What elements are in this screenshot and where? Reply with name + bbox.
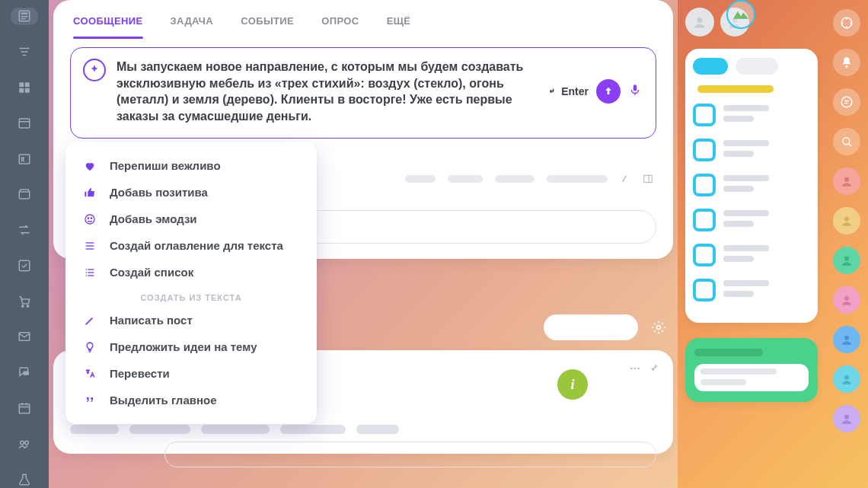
rail-window-icon[interactable]	[11, 114, 38, 132]
svg-point-61	[634, 368, 637, 370]
ai-item-label: Перевести	[110, 367, 170, 380]
svg-rect-2	[21, 16, 28, 18]
svg-rect-13	[19, 155, 30, 164]
rail-contacts-icon[interactable]	[11, 150, 38, 167]
right-widget-2	[685, 338, 818, 402]
rail-drive-icon[interactable]	[11, 186, 38, 203]
rail-right-message-icon[interactable]	[833, 88, 860, 116]
svg-rect-10	[25, 88, 30, 93]
ai-item-write-post[interactable]: Написать пост	[72, 307, 311, 333]
widget-pill-cyan[interactable]	[693, 58, 728, 75]
ai-item-add-emoji[interactable]: Добавь эмодзи	[72, 206, 311, 232]
list-item[interactable]	[693, 244, 810, 266]
rail-mail-icon[interactable]	[11, 328, 38, 346]
svg-point-30	[841, 97, 852, 107]
workspace-avatar[interactable]	[726, 0, 755, 29]
svg-rect-58	[86, 275, 87, 276]
ai-item-rewrite-polite[interactable]: Перепиши вежливо	[72, 152, 311, 179]
more-icon[interactable]	[629, 362, 641, 375]
rail-right-compass-icon[interactable]	[833, 9, 860, 37]
rail-chat-icon[interactable]	[11, 364, 38, 381]
message-box[interactable]: Мы запускаем новое направление, с которы…	[70, 47, 656, 139]
sk	[280, 425, 346, 434]
tab-message[interactable]: СООБЩЕНИЕ	[73, 15, 143, 27]
sk	[129, 425, 190, 434]
tab-event[interactable]: СОБЫТИЕ	[241, 15, 294, 27]
bulb-icon	[82, 341, 97, 353]
text-style-icon[interactable]	[620, 174, 630, 184]
widget2-label	[694, 349, 763, 356]
list-item[interactable]	[693, 209, 810, 231]
translate-icon	[82, 368, 97, 380]
svg-point-18	[27, 305, 28, 307]
rail-cart-icon[interactable]	[11, 292, 38, 310]
rail-calendar-icon[interactable]	[11, 400, 38, 417]
svg-point-59	[657, 326, 661, 330]
pin-icon[interactable]	[649, 362, 659, 373]
list-item[interactable]	[693, 139, 810, 161]
ai-item-suggest-ideas[interactable]: Предложить идеи на тему	[72, 333, 311, 360]
rail-repeat-icon[interactable]	[11, 222, 38, 239]
svg-point-62	[637, 368, 640, 370]
right-widget-1	[685, 49, 818, 323]
attach-chips	[405, 174, 653, 184]
rail-people-icon[interactable]	[11, 435, 38, 452]
ai-menu-section-label: СОЗДАТЬ ИЗ ТЕКСТА	[72, 285, 311, 307]
rail-right-user-4[interactable]	[833, 286, 860, 314]
rail-right-user-5[interactable]	[833, 326, 860, 353]
svg-point-48	[88, 218, 88, 218]
tab-poll[interactable]: ОПРОС	[321, 15, 359, 27]
svg-rect-55	[88, 275, 94, 276]
right-avatar-2[interactable]	[685, 8, 714, 37]
widget-list	[693, 104, 810, 301]
right-avatars	[685, 8, 818, 37]
mic-icon[interactable]	[628, 83, 642, 100]
rail-right-user-1[interactable]	[833, 167, 860, 195]
rail-right-user-7[interactable]	[833, 405, 860, 432]
tab-task[interactable]: ЗАДАЧА	[171, 15, 214, 27]
rail-right-user-6[interactable]	[833, 365, 860, 393]
ai-item-translate[interactable]: Перевести	[72, 360, 311, 387]
rail-right-user-3[interactable]	[833, 247, 860, 274]
rail-right-user-2[interactable]	[833, 207, 860, 234]
composer-tabs: СООБЩЕНИЕ ЗАДАЧА СОБЫТИЕ ОПРОС ЕЩЁ	[70, 0, 656, 41]
send-button[interactable]	[596, 79, 621, 104]
svg-rect-9	[19, 88, 24, 93]
pencil-icon	[82, 314, 97, 327]
message-text[interactable]: Мы запускаем новое направление, с которы…	[116, 59, 537, 124]
tab-more[interactable]: ЕЩЁ	[387, 15, 411, 27]
list-item[interactable]	[693, 279, 810, 301]
sk	[70, 425, 119, 434]
rail-feed-icon[interactable]	[11, 8, 38, 25]
layout-icon[interactable]	[643, 174, 653, 184]
ai-item-make-list[interactable]: Создай список	[72, 259, 311, 285]
svg-point-36	[844, 217, 849, 222]
gear-icon[interactable]	[646, 314, 672, 340]
list-item[interactable]	[693, 104, 810, 126]
svg-rect-44	[633, 85, 637, 91]
ai-menu: Перепиши вежливо Добавь позитива Добавь …	[65, 142, 317, 424]
rail-lab-icon[interactable]	[11, 470, 38, 488]
rail-filter-icon[interactable]	[11, 43, 38, 61]
svg-point-33	[843, 138, 850, 145]
left-rail	[0, 0, 49, 488]
svg-point-60	[630, 368, 633, 370]
ai-item-make-toc[interactable]: Создай оглавление для текста	[72, 232, 311, 259]
svg-point-38	[844, 296, 849, 301]
list-item[interactable]	[693, 174, 810, 196]
svg-point-29	[846, 65, 848, 68]
strip-dropdown[interactable]	[544, 314, 638, 340]
ai-item-highlight-main[interactable]: Выделить главное	[72, 387, 311, 413]
ai-badge-icon[interactable]	[83, 59, 106, 81]
chip-skeleton	[547, 175, 608, 183]
svg-rect-51	[86, 245, 94, 246]
ai-item-add-positive[interactable]: Добавь позитива	[72, 179, 311, 206]
info-badge[interactable]: i	[557, 369, 588, 400]
widget-pill-grey[interactable]	[736, 58, 778, 75]
rail-check-icon[interactable]	[11, 257, 38, 274]
feed-comment-input[interactable]	[164, 442, 656, 467]
list-icon	[82, 240, 97, 252]
rail-right-search-icon[interactable]	[833, 128, 860, 155]
rail-apps-icon[interactable]	[11, 79, 38, 97]
rail-right-bell-icon[interactable]	[833, 49, 860, 76]
